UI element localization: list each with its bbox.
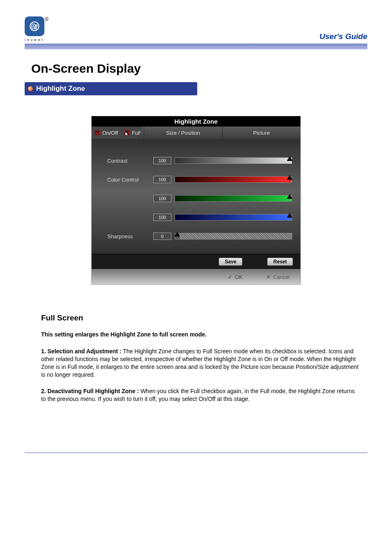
color-control-label: Color Control bbox=[100, 177, 153, 183]
color-blue-value: 100 bbox=[153, 214, 171, 221]
lead-text: This setting enlarges the Highlight Zone… bbox=[41, 331, 359, 339]
sharpness-value: 0 bbox=[153, 233, 171, 240]
hp-logo: ® invent bbox=[25, 16, 44, 42]
tab-size-position[interactable]: Size / Position bbox=[144, 127, 222, 139]
hp-icon bbox=[28, 20, 41, 33]
cancel-label: Cancel bbox=[273, 274, 290, 280]
color-red-value: 100 bbox=[153, 176, 171, 183]
section-header: Highlight Zone bbox=[36, 85, 85, 92]
close-icon: ✕ bbox=[266, 274, 271, 280]
subheading: Full Screen bbox=[41, 313, 359, 322]
contrast-row: Contrast 100 bbox=[100, 151, 292, 170]
color-red-slider[interactable] bbox=[175, 176, 292, 183]
cancel-button[interactable]: ✕ Cancel bbox=[263, 273, 293, 281]
contrast-value: 100 bbox=[153, 157, 171, 164]
save-button[interactable]: Save bbox=[219, 258, 242, 266]
color-red-row: Color Control 100 bbox=[100, 170, 292, 189]
full-checkbox[interactable]: Full bbox=[121, 127, 144, 139]
osd-dialog: Highlight Zone On/Off Full Size / Positi… bbox=[91, 116, 301, 285]
sharpness-row: Sharpness 0 bbox=[100, 227, 292, 246]
color-green-slider[interactable] bbox=[175, 195, 292, 202]
p2-label: 2. Deactivating Full Highlight Zone : bbox=[41, 388, 139, 394]
sharpness-label: Sharpness bbox=[100, 233, 153, 240]
tab-label: Size / Position bbox=[166, 130, 200, 136]
paragraph-2: 2. Deactivating Full Highlight Zone : Wh… bbox=[41, 387, 359, 403]
checkbox-icon bbox=[95, 130, 100, 135]
guide-label: User's Guide bbox=[320, 32, 367, 42]
tab-label: Picture bbox=[253, 130, 270, 136]
osd-title: Highlight Zone bbox=[92, 116, 300, 127]
p1-label: 1. Selection and Adjustment : bbox=[41, 348, 122, 355]
hp-logo-text: invent bbox=[25, 38, 44, 42]
reset-button[interactable]: Reset bbox=[267, 258, 293, 266]
color-blue-row: 100 bbox=[100, 208, 292, 227]
contrast-slider[interactable] bbox=[175, 157, 292, 164]
footer-rule bbox=[25, 452, 367, 453]
color-blue-slider[interactable] bbox=[175, 214, 292, 221]
color-green-value: 100 bbox=[153, 195, 171, 202]
check-icon: ✓ bbox=[228, 274, 233, 280]
contrast-label: Contrast bbox=[100, 158, 153, 164]
sharpness-slider[interactable] bbox=[175, 233, 292, 240]
page-title: On-Screen Display bbox=[31, 62, 367, 76]
cursor-icon bbox=[125, 131, 129, 137]
section-header-bar: Highlight Zone bbox=[25, 82, 197, 95]
onoff-checkbox[interactable]: On/Off bbox=[92, 127, 121, 139]
ok-label: OK bbox=[235, 274, 243, 280]
color-green-row: 100 bbox=[100, 189, 292, 208]
tab-picture[interactable]: Picture bbox=[222, 127, 301, 139]
bullet-icon bbox=[28, 86, 33, 91]
onoff-label: On/Off bbox=[102, 130, 118, 136]
header-rule bbox=[25, 44, 367, 49]
paragraph-1: 1. Selection and Adjustment : The Highli… bbox=[41, 348, 359, 379]
ok-button[interactable]: ✓ OK bbox=[224, 273, 246, 281]
